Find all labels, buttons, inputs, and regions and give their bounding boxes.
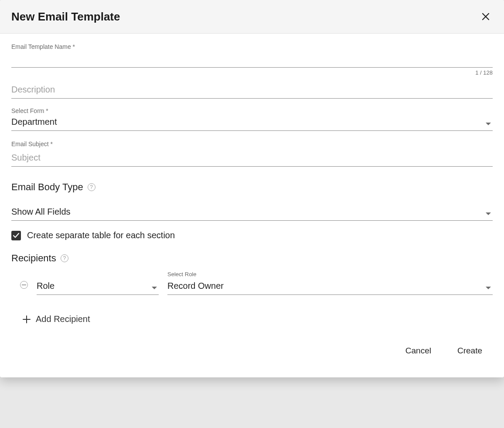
help-icon[interactable]: ?	[61, 254, 68, 262]
separate-table-checkbox[interactable]	[11, 231, 21, 240]
recipient-role-field: Select Role Record Owner	[167, 271, 493, 295]
remove-recipient-button[interactable]	[20, 281, 28, 289]
dialog-body: Email Template Name * 1 / 128 Select For…	[0, 34, 504, 329]
email-subject-input[interactable]	[11, 148, 493, 167]
description-input[interactable]	[11, 80, 493, 99]
dialog-header: New Email Template	[0, 0, 504, 34]
description-field	[11, 80, 493, 99]
recipients-heading: Recipients ?	[11, 253, 493, 264]
body-type-heading: Email Body Type ?	[11, 181, 493, 193]
recipient-role-value: Record Owner	[167, 281, 224, 291]
new-email-template-dialog: New Email Template Email Template Name *…	[0, 0, 504, 377]
add-recipient-button[interactable]: Add Recipient	[23, 314, 493, 324]
template-name-field: Email Template Name * 1 / 128	[11, 43, 493, 76]
cancel-button[interactable]: Cancel	[405, 346, 431, 356]
select-form-dropdown[interactable]: Department	[11, 115, 493, 131]
dialog-footer: Cancel Create	[0, 329, 504, 377]
recipient-type-dropdown[interactable]: Role	[37, 279, 159, 295]
check-icon	[13, 232, 20, 239]
separate-table-checkbox-row: Create separate table for each section	[11, 230, 493, 240]
close-icon	[480, 11, 491, 22]
select-form-label: Select Form *	[11, 107, 493, 114]
dropdown-arrow-icon	[486, 283, 491, 291]
recipients-heading-text: Recipients	[11, 253, 56, 264]
dialog-title: New Email Template	[11, 10, 120, 24]
separate-table-label: Create separate table for each section	[27, 230, 175, 240]
select-form-value: Department	[11, 117, 57, 127]
add-recipient-label: Add Recipient	[36, 314, 90, 324]
template-name-label: Email Template Name *	[11, 43, 493, 50]
recipient-role-dropdown[interactable]: Record Owner	[167, 279, 493, 295]
svg-rect-0	[22, 284, 26, 285]
template-name-input[interactable]	[11, 51, 493, 68]
close-button[interactable]	[479, 10, 493, 24]
plus-icon	[23, 315, 31, 323]
recipient-row: Role Select Role Record Owner	[20, 271, 493, 295]
select-role-label: Select Role	[167, 271, 493, 277]
body-type-dropdown[interactable]: Show All Fields	[11, 205, 493, 221]
recipient-type-value: Role	[37, 281, 54, 291]
template-name-counter: 1 / 128	[11, 69, 493, 76]
dropdown-arrow-icon	[152, 283, 157, 291]
dropdown-arrow-icon	[486, 209, 491, 217]
email-subject-field: Email Subject *	[11, 140, 493, 167]
body-type-value: Show All Fields	[11, 207, 71, 216]
create-button[interactable]: Create	[457, 346, 482, 356]
body-type-heading-text: Email Body Type	[11, 181, 83, 193]
minus-icon	[22, 284, 26, 285]
dropdown-arrow-icon	[486, 119, 491, 127]
email-subject-label: Email Subject *	[11, 140, 493, 147]
select-form-field: Select Form * Department	[11, 107, 493, 131]
help-icon[interactable]: ?	[88, 183, 95, 191]
